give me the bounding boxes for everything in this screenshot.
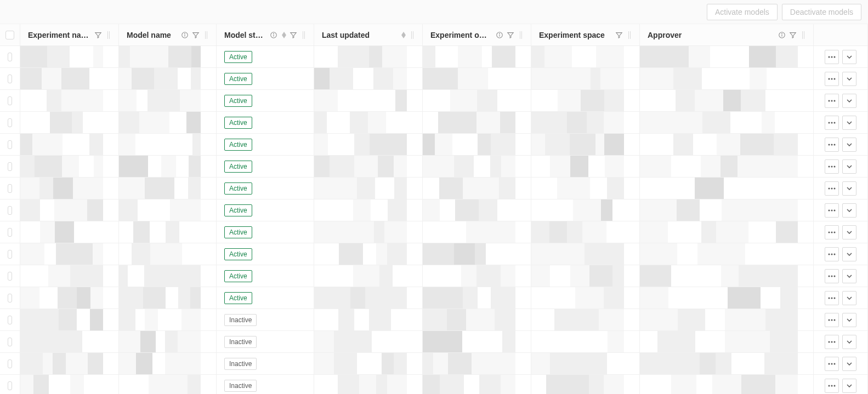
svg-point-49 bbox=[829, 253, 830, 255]
cell-experiment-space bbox=[531, 134, 640, 155]
svg-marker-21 bbox=[790, 32, 796, 38]
header-last-updated[interactable]: Last updated bbox=[314, 24, 423, 45]
expand-row-button[interactable] bbox=[842, 94, 856, 108]
select-all-checkbox[interactable] bbox=[5, 31, 14, 39]
row-checkbox[interactable] bbox=[8, 316, 12, 324]
row-checkbox[interactable] bbox=[8, 75, 12, 83]
more-actions-button[interactable] bbox=[825, 269, 839, 283]
header-model-name[interactable]: Model name bbox=[119, 24, 217, 45]
expand-row-button[interactable] bbox=[842, 181, 856, 196]
row-checkbox[interactable] bbox=[8, 294, 12, 302]
more-actions-button[interactable] bbox=[825, 313, 839, 327]
more-actions-button[interactable] bbox=[825, 50, 839, 64]
expand-row-button[interactable] bbox=[842, 313, 856, 327]
sort-icon[interactable] bbox=[282, 32, 286, 38]
activate-models-button[interactable]: Activate models bbox=[707, 4, 778, 20]
row-checkbox[interactable] bbox=[8, 96, 12, 105]
header-approver[interactable]: Approver bbox=[640, 24, 814, 45]
column-resize-handle[interactable] bbox=[801, 31, 805, 39]
more-actions-button[interactable] bbox=[825, 247, 839, 261]
expand-row-button[interactable] bbox=[842, 72, 856, 86]
header-experiment-name[interactable]: Experiment name bbox=[20, 24, 119, 45]
svg-point-3 bbox=[185, 33, 185, 33]
expand-row-button[interactable] bbox=[842, 335, 856, 349]
expand-row-button[interactable] bbox=[842, 357, 856, 371]
column-resize-handle[interactable] bbox=[519, 31, 523, 39]
row-checkbox[interactable] bbox=[8, 381, 12, 390]
filter-icon[interactable] bbox=[789, 31, 797, 39]
cell-model-name bbox=[119, 68, 217, 89]
column-resize-handle[interactable] bbox=[627, 31, 632, 39]
cell-experiment-name bbox=[20, 287, 119, 309]
row-checkbox[interactable] bbox=[8, 272, 12, 281]
row-checkbox[interactable] bbox=[8, 206, 12, 215]
svg-point-35 bbox=[831, 144, 833, 145]
more-actions-button[interactable] bbox=[825, 357, 839, 371]
row-checkbox[interactable] bbox=[8, 53, 12, 61]
info-icon[interactable] bbox=[778, 31, 786, 39]
expand-row-button[interactable] bbox=[842, 379, 856, 393]
expand-row-button[interactable] bbox=[842, 225, 856, 239]
expand-row-button[interactable] bbox=[842, 203, 856, 218]
header-model-status[interactable]: Model status bbox=[217, 24, 314, 45]
deactivate-models-button[interactable]: Deactivate models bbox=[782, 4, 861, 20]
row-checkbox[interactable] bbox=[8, 140, 12, 149]
row-checkbox[interactable] bbox=[8, 184, 12, 193]
sort-icon[interactable] bbox=[401, 32, 406, 38]
redacted-placeholder bbox=[314, 221, 407, 243]
more-actions-button[interactable] bbox=[825, 225, 839, 239]
filter-icon[interactable] bbox=[192, 31, 200, 39]
more-actions-button[interactable] bbox=[825, 203, 839, 218]
expand-row-button[interactable] bbox=[842, 269, 856, 283]
expand-row-button[interactable] bbox=[842, 291, 856, 305]
expand-row-button[interactable] bbox=[842, 247, 856, 261]
redacted-placeholder bbox=[640, 134, 798, 155]
more-actions-button[interactable] bbox=[825, 94, 839, 108]
column-resize-handle[interactable] bbox=[204, 31, 208, 39]
row-checkbox[interactable] bbox=[8, 162, 12, 171]
cell-experiment-owner bbox=[423, 199, 531, 221]
redacted-placeholder bbox=[423, 178, 515, 199]
more-actions-button[interactable] bbox=[825, 159, 839, 174]
cell-model-status: Inactive bbox=[217, 375, 314, 394]
info-icon[interactable] bbox=[496, 31, 503, 39]
column-resize-handle[interactable] bbox=[302, 31, 306, 39]
row-checkbox[interactable] bbox=[8, 228, 12, 237]
more-actions-button[interactable] bbox=[825, 291, 839, 305]
column-resize-handle[interactable] bbox=[106, 31, 111, 39]
more-actions-button[interactable] bbox=[825, 181, 839, 196]
expand-row-button[interactable] bbox=[842, 159, 856, 174]
row-checkbox[interactable] bbox=[8, 250, 12, 259]
cell-experiment-name bbox=[20, 353, 119, 374]
filter-icon[interactable] bbox=[615, 31, 623, 39]
more-actions-button[interactable] bbox=[825, 116, 839, 130]
status-badge: Active bbox=[224, 161, 252, 173]
row-checkbox[interactable] bbox=[8, 359, 12, 368]
expand-row-button[interactable] bbox=[842, 50, 856, 64]
expand-row-button[interactable] bbox=[842, 116, 856, 130]
more-actions-button[interactable] bbox=[825, 379, 839, 393]
cell-last-updated bbox=[314, 287, 423, 309]
more-actions-button[interactable] bbox=[825, 138, 839, 152]
info-icon[interactable] bbox=[270, 31, 277, 39]
more-actions-button[interactable] bbox=[825, 335, 839, 349]
redacted-placeholder bbox=[531, 90, 624, 111]
row-checkbox[interactable] bbox=[8, 338, 12, 346]
header-experiment-space[interactable]: Experiment space bbox=[531, 24, 640, 45]
expand-row-button[interactable] bbox=[842, 138, 856, 152]
info-icon[interactable] bbox=[181, 31, 189, 39]
svg-point-42 bbox=[834, 187, 836, 189]
svg-point-33 bbox=[834, 122, 836, 123]
header-experiment-owner[interactable]: Experiment owner bbox=[423, 24, 531, 45]
column-resize-handle[interactable] bbox=[410, 31, 415, 39]
filter-icon[interactable] bbox=[507, 31, 514, 39]
cell-approver bbox=[640, 375, 814, 394]
svg-marker-16 bbox=[508, 32, 514, 38]
cell-experiment-space bbox=[531, 221, 640, 243]
svg-point-26 bbox=[831, 78, 833, 79]
filter-icon[interactable] bbox=[290, 31, 297, 39]
filter-icon[interactable] bbox=[94, 31, 102, 39]
more-icon bbox=[828, 209, 836, 212]
row-checkbox[interactable] bbox=[8, 118, 12, 127]
more-actions-button[interactable] bbox=[825, 72, 839, 86]
